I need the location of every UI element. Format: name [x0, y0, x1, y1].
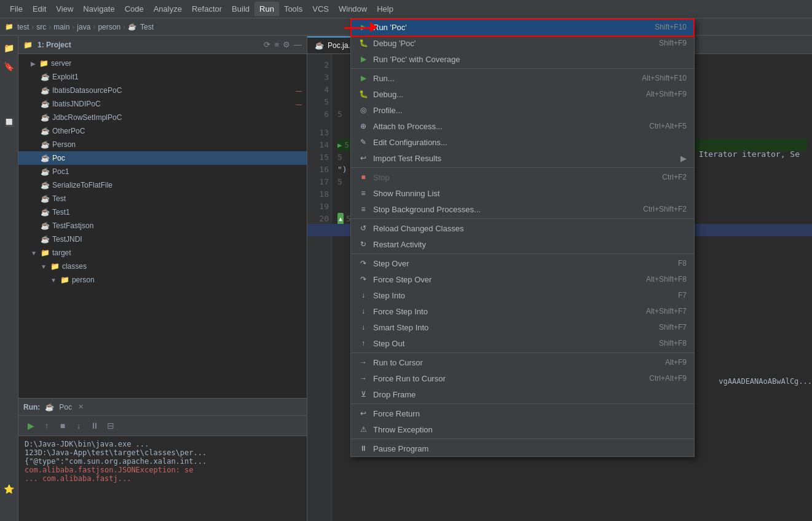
run-menu-item-run--poc-[interactable]: ▶Run 'Poc'Shift+F10 — [351, 19, 694, 35]
run-menu-item-reload-changed-classes[interactable]: ↺Reload Changed Classes — [351, 220, 694, 236]
structure-icon[interactable]: 🔲 — [2, 114, 17, 129]
menu-label-2: Run 'Poc' with Coverage — [373, 55, 460, 64]
run-play-btn[interactable]: ▶ — [23, 418, 38, 433]
run-panel-header: Run: ☕ Poc ✕ — [18, 399, 307, 416]
breadcrumb-java[interactable]: java — [77, 23, 90, 31]
run-menu-item-pause-program[interactable]: ⏸Pause Program — [351, 440, 694, 456]
menu-edit[interactable]: Edit — [28, 2, 51, 16]
breadcrumb-main[interactable]: main — [53, 23, 69, 31]
run-up-btn[interactable]: ↑ — [39, 418, 54, 433]
run-menu-item-run--poc--with-coverage[interactable]: ▶Run 'Poc' with Coverage — [351, 51, 694, 67]
minimize-btn[interactable]: — — [294, 40, 302, 49]
run-menu-item-stop[interactable]: ■StopCtrl+F2 — [351, 169, 694, 185]
menu-refactor[interactable]: Refactor — [187, 2, 227, 16]
run-menu-item-step-out[interactable]: ↑Step OutShift+F8 — [351, 335, 694, 351]
run-menu-item-drop-frame[interactable]: ⊻Drop Frame — [351, 386, 694, 402]
shortcut-0: Shift+F10 — [655, 23, 687, 31]
tree-poc1[interactable]: ☕ Poc1 — [18, 165, 307, 178]
menu-label-4: Run... — [373, 74, 395, 83]
run-menu-item-run...[interactable]: ▶Run...Alt+Shift+F10 — [351, 70, 694, 86]
run-down-btn[interactable]: ↓ — [71, 418, 86, 433]
shortcut-20: F7 — [678, 291, 687, 300]
run-menu-item-edit-configurations...[interactable]: ✎Edit Configurations... — [351, 134, 694, 150]
run-menu-item-attach-to-process...[interactable]: ⊕Attach to Process...Ctrl+Alt+F5 — [351, 118, 694, 134]
tree-testfastjson[interactable]: ☕ TestFastjson — [18, 219, 307, 233]
settings-btn[interactable]: ⚙ — [283, 40, 290, 49]
bookmark-icon[interactable]: 🔖 — [2, 59, 17, 74]
run-menu-item-show-running-list[interactable]: ≡Show Running List — [351, 185, 694, 201]
menu-vcs[interactable]: VCS — [307, 2, 334, 16]
menu-icon-8: ✎ — [358, 137, 368, 147]
run-menu-item-run-to-cursor[interactable]: →Run to CursorAlt+F9 — [351, 354, 694, 370]
menu-help[interactable]: Help — [372, 2, 398, 16]
run-menu-item-import-test-results[interactable]: ↩Import Test Results▶ — [351, 150, 694, 166]
sync-btn[interactable]: ⟳ — [264, 40, 270, 49]
tree-server[interactable]: ▶ 📁 server — [18, 57, 307, 70]
menu-icon-2: ▶ — [358, 54, 368, 64]
breadcrumb-src[interactable]: src — [36, 23, 46, 31]
tree-test1[interactable]: ☕ Test1 — [18, 205, 307, 219]
collapse-btn[interactable]: ≡ — [274, 40, 279, 49]
menu-code[interactable]: Code — [120, 2, 149, 16]
tree-label-ibatis: IbatisDatasourcePoC — [52, 86, 122, 95]
menu-view[interactable]: View — [51, 2, 78, 16]
menu-build[interactable]: Build — [227, 2, 254, 16]
project-icon[interactable]: 📁 — [2, 41, 17, 55]
run-menu-item-force-run-to-cursor[interactable]: →Force Run to CursorCtrl+Alt+F9 — [351, 370, 694, 386]
menu-analyze[interactable]: Analyze — [149, 2, 187, 16]
menu-label-12: Show Running List — [373, 189, 440, 198]
menu-tools[interactable]: Tools — [279, 2, 307, 16]
shortcut-13: Ctrl+Shift+F2 — [643, 205, 687, 213]
breadcrumb-person[interactable]: person — [98, 23, 120, 31]
tree-otherpoc[interactable]: ☕ OtherPoC — [18, 124, 307, 138]
tree-testjndi[interactable]: ☕ TestJNDI — [18, 233, 307, 246]
shortcut-19: Alt+Shift+F8 — [646, 275, 687, 284]
tree-person-folder[interactable]: ▼ 📁 person — [18, 273, 307, 287]
run-tab-close[interactable]: ✕ — [78, 403, 84, 411]
tree-ibatisjndi[interactable]: ☕ IbatisJNDIPoC — — [18, 97, 307, 111]
menu-run[interactable]: Run — [254, 2, 279, 16]
tree-classes[interactable]: ▼ 📁 classes — [18, 260, 307, 273]
tree-test[interactable]: ☕ Test — [18, 192, 307, 205]
bottom-run-panel: Run: ☕ Poc ✕ ▶ ↑ ■ ↓ ⏸ ⊟ D:\Java-JDK\bin… — [18, 398, 307, 521]
run-menu-item-profile...[interactable]: ◎Profile... — [351, 102, 694, 118]
menu-navigate[interactable]: Navigate — [78, 2, 119, 16]
tree-target[interactable]: ▼ 📁 target — [18, 246, 307, 260]
java-icon-poc1: ☕ — [41, 167, 50, 176]
line16-paren: ") — [337, 164, 347, 176]
run-menu-item-step-over[interactable]: ↷Step OverF8 — [351, 255, 694, 271]
tree-label-poc1: Poc1 — [52, 167, 69, 176]
run-stop-btn[interactable]: ■ — [55, 418, 70, 433]
line6-marker: 5 — [337, 108, 342, 121]
favorites-icon[interactable]: ⭐ — [2, 482, 17, 496]
breadcrumb-test[interactable]: test — [17, 23, 29, 31]
run-menu-item-debug--poc-[interactable]: 🐛Debug 'Poc'Shift+F9 — [351, 35, 694, 51]
tree-poc[interactable]: ☕ Poc — [18, 151, 307, 165]
project-panel-icon: 📁 — [23, 41, 33, 49]
run-menu-item-debug...[interactable]: 🐛Debug...Alt+Shift+F9 — [351, 86, 694, 102]
menu-label-11: Stop — [373, 173, 390, 182]
menu-window[interactable]: Window — [334, 2, 372, 16]
run-filter-btn[interactable]: ⊟ — [103, 418, 118, 433]
run-menu-item-step-into[interactable]: ↓Step IntoF7 — [351, 287, 694, 303]
run-menu-item-smart-step-into[interactable]: ↓Smart Step IntoShift+F7 — [351, 319, 694, 335]
menu-icon-5: 🐛 — [358, 89, 368, 99]
run-menu-item-force-step-into[interactable]: ↓Force Step IntoAlt+Shift+F7 — [351, 303, 694, 319]
tree-jdbc[interactable]: ☕ JdbcRowSetImplPoC — [18, 111, 307, 124]
run-menu-item-force-return[interactable]: ↩Force Return — [351, 405, 694, 421]
run-menu-item-stop-background-processes...[interactable]: ≡Stop Background Processes...Ctrl+Shift+… — [351, 201, 694, 217]
run-menu-item-throw-exception[interactable]: ⚠Throw Exception — [351, 421, 694, 437]
menu-icon-23: ↑ — [358, 338, 368, 348]
tree-person[interactable]: ☕ Person — [18, 138, 307, 151]
tree-ibatis-datasource[interactable]: ☕ IbatisDatasourcePoC — — [18, 84, 307, 97]
run-menu-item-restart-activity[interactable]: ↻Restart Activity — [351, 236, 694, 252]
run-menu-item-force-step-over[interactable]: ↷Force Step OverAlt+Shift+F8 — [351, 271, 694, 287]
tree-exploit1[interactable]: ☕ Exploit1 — [18, 70, 307, 84]
java-icon-serialize: ☕ — [41, 181, 50, 189]
menu-file[interactable]: File — [5, 2, 28, 16]
menu-icon-32: ⏸ — [358, 443, 368, 453]
run-pause-btn[interactable]: ⏸ — [87, 418, 102, 433]
breadcrumb-test-file[interactable]: Test — [140, 23, 154, 31]
tree-arrow-target: ▼ — [31, 250, 37, 257]
tree-serialize[interactable]: ☕ SerializeToFlatFile — [18, 178, 307, 192]
